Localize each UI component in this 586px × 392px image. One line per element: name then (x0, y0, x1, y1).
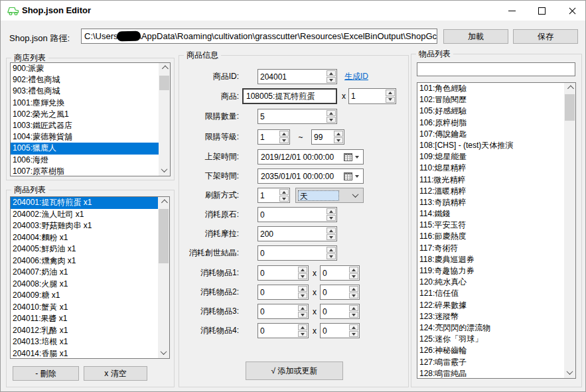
item-list-item[interactable]: 128:鳴雷純晶 (417, 368, 564, 379)
item-list-scrollbar[interactable] (564, 83, 575, 378)
item-count-spinner[interactable]: 1 (348, 88, 396, 104)
item-search-input[interactable] (417, 62, 575, 76)
spin-down-button[interactable] (334, 137, 343, 143)
goods-id-spinner[interactable]: 204001 (257, 69, 337, 84)
goods-list-item[interactable]: 204004:麵粉 x1 (11, 232, 158, 244)
goods-list-item[interactable]: 204010:蟹黃 x1 (11, 302, 158, 314)
shop-list-item[interactable]: 1001:塵輝兌換 (11, 98, 159, 109)
spin-up-button[interactable] (327, 110, 336, 116)
goods-list-item[interactable]: 204009:糖 x1 (11, 290, 158, 302)
begin-time-picker[interactable]: 2019/12/01 00:00:00 (257, 149, 364, 164)
item-list-item[interactable]: 126:神秘齒輪 (417, 345, 564, 356)
spin-up-button[interactable] (298, 324, 307, 330)
spin-down-button[interactable] (327, 117, 336, 123)
close-button[interactable] (560, 1, 584, 21)
scrollbar-thumb[interactable] (159, 209, 169, 263)
scrollbar-thumb[interactable] (159, 76, 169, 90)
spin-down-button[interactable] (327, 234, 336, 240)
spin-up-button[interactable] (349, 305, 358, 311)
spin-up-button[interactable] (279, 189, 289, 195)
spin-down-button[interactable] (327, 253, 336, 259)
item-listbox[interactable]: 101:角色經驗102:冒險閱歷105:好感經驗106:原粹樹脂107:傳說鑰匙… (417, 82, 576, 379)
item-list-item[interactable]: 102:冒險閱歷 (417, 94, 564, 105)
item-list-item[interactable]: 101:角色經驗 (417, 83, 564, 94)
item-list-item[interactable]: 112:溫暖精粹 (417, 186, 564, 197)
goods-list-item[interactable]: 204011:果醬 x1 (11, 313, 158, 325)
spin-down-button[interactable] (349, 331, 358, 337)
end-time-picker[interactable]: 2035/01/01 00:00:00 (257, 168, 364, 184)
limit-level-max-spinner[interactable]: 99 (311, 129, 344, 145)
shop-list-item[interactable]: 900:派蒙 (11, 63, 159, 74)
generate-id-link[interactable]: 生成ID (344, 71, 368, 82)
shop-list-item[interactable]: 902:禮包商城 (11, 74, 159, 86)
clear-button[interactable]: x 清空 (84, 366, 147, 381)
spin-down-button[interactable] (327, 215, 336, 221)
spin-down-button[interactable] (298, 293, 307, 298)
scroll-down-button[interactable] (564, 367, 575, 378)
cost-item-id-spinner[interactable]: 0 (257, 285, 309, 300)
item-list-item[interactable]: 117:奇術符 (417, 243, 564, 254)
item-list-item[interactable]: 106:原粹樹脂 (417, 117, 564, 129)
add-or-update-button[interactable]: √ 添加或更新 (246, 361, 343, 380)
delete-button[interactable]: - 刪除 (13, 366, 79, 381)
item-list-item[interactable]: 120:純水真心 (417, 277, 564, 288)
load-button[interactable]: 加載 (443, 29, 508, 44)
maximize-button[interactable] (530, 1, 553, 21)
item-list-item[interactable]: 127:鳴雷霰子 (417, 357, 564, 368)
spin-down-button[interactable] (386, 97, 395, 103)
spin-down-button[interactable] (298, 312, 307, 318)
spin-down-button[interactable] (349, 293, 358, 298)
goods-list-item[interactable]: 204003:野菇雞肉串 x1 (11, 220, 158, 232)
cost-item-count-spinner[interactable]: 0 (320, 323, 360, 338)
spin-up-button[interactable] (327, 208, 336, 214)
spin-down-button[interactable] (279, 137, 289, 143)
refresh-value-spinner[interactable]: 1 (257, 188, 290, 203)
spin-up-button[interactable] (327, 70, 336, 76)
cost-item-id-spinner[interactable]: 0 (257, 265, 309, 281)
scroll-down-button[interactable] (158, 347, 169, 358)
minimize-button[interactable] (500, 1, 524, 21)
goods-list-item[interactable]: 204012:乳酪 x1 (11, 325, 158, 337)
cost-primogem-spinner[interactable]: 0 (257, 207, 337, 222)
shop-list-item[interactable]: 903:禮包商城 (11, 86, 159, 97)
spin-down-button[interactable] (298, 331, 307, 337)
spin-up-button[interactable] (298, 267, 307, 273)
goods-list-item[interactable]: 204013:培根 x1 (11, 336, 158, 348)
item-list-item[interactable]: 125:迷你「羽球」 (417, 334, 564, 345)
spin-up-button[interactable] (349, 286, 358, 292)
item-list-item[interactable]: 105:好感經驗 (417, 105, 564, 117)
refresh-unit-dropdown[interactable]: 天 (295, 188, 364, 203)
cost-item-count-spinner[interactable]: 0 (320, 285, 360, 300)
item-list-item[interactable]: 114:鐵錢 (417, 208, 564, 220)
item-list-item[interactable]: 109:熄星能量 (417, 151, 564, 163)
shop-list-item[interactable]: 1005:獵鹿人 (11, 143, 159, 154)
spin-up-button[interactable] (349, 267, 358, 273)
scroll-up-button[interactable] (564, 83, 575, 94)
item-list-item[interactable]: 115:平安玉符 (417, 220, 564, 231)
shop-list-item[interactable]: 1007:原萃樹脂 (11, 166, 159, 176)
item-list-item[interactable]: 113:奇蹟精粹 (417, 197, 564, 208)
cost-item-id-spinner[interactable]: 0 (257, 304, 309, 319)
item-list-item[interactable]: 110:熄星精粹 (417, 163, 564, 174)
item-list-item[interactable]: 121:信任值 (417, 288, 564, 299)
save-button[interactable]: 保存 (513, 29, 578, 44)
shop-listbox[interactable]: 900:派蒙902:禮包商城903:禮包商城1001:塵輝兌換1002:榮光之風… (10, 62, 171, 176)
spin-down-button[interactable] (298, 273, 307, 279)
scroll-up-button[interactable] (158, 197, 169, 208)
limit-count-spinner[interactable]: 5 (257, 109, 337, 124)
cost-item-count-spinner[interactable]: 0 (320, 304, 360, 319)
shop-list-item[interactable]: 1006:海燈 (11, 155, 159, 166)
spin-up-button[interactable] (386, 90, 395, 96)
goods-list-item[interactable]: 204006:燻禽肉 x1 (11, 255, 158, 267)
item-list-item[interactable]: 124:亮閃閃的漂流物 (417, 322, 564, 334)
shop-list-item[interactable]: 1004:蒙德雜貨舖 (11, 131, 159, 143)
goods-list-item[interactable]: 204001:提瓦特煎蛋 x1 (11, 197, 158, 209)
spin-up-button[interactable] (298, 286, 307, 292)
path-input[interactable]: C:\Users\AppData\Roaming\cultivation\gra… (81, 29, 437, 44)
spin-down-button[interactable] (349, 273, 358, 279)
item-list-item[interactable]: 123:迷蹤幣 (417, 311, 564, 322)
goods-list-item[interactable]: 204014:香腸 x1 (11, 348, 158, 359)
cost-crystal-spinner[interactable]: 0 (257, 245, 337, 261)
scroll-up-button[interactable] (159, 63, 170, 74)
goods-list-item[interactable]: 204007:奶油 x1 (11, 267, 158, 279)
